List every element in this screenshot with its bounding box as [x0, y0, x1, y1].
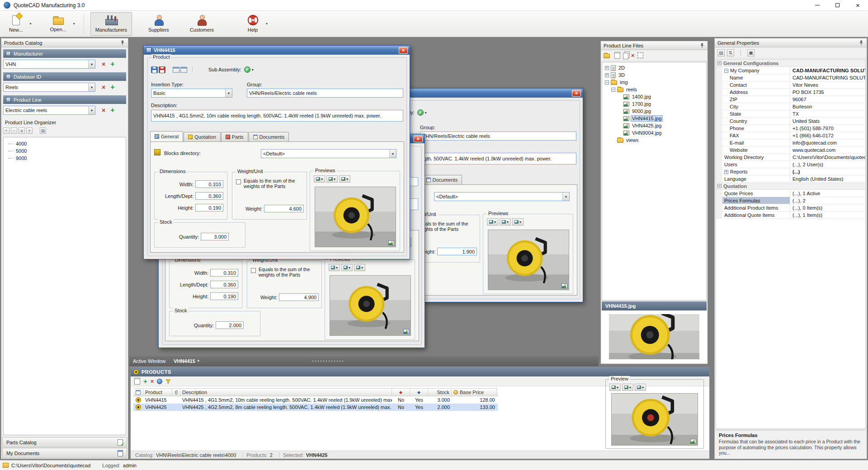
weight-field[interactable]: 1.900: [437, 248, 477, 255]
delete-file-icon[interactable]: ×: [631, 52, 635, 59]
close-button[interactable]: ×: [572, 90, 581, 97]
delete-database-button[interactable]: ×: [99, 84, 108, 91]
chevron-down-icon[interactable]: ▼: [88, 106, 95, 114]
weight-field[interactable]: 4.600: [264, 205, 304, 212]
add-product-line-button[interactable]: +: [108, 106, 117, 114]
price-column-header[interactable]: Base Price: [460, 390, 484, 395]
dialog-titlebar[interactable]: VHN4415 ×: [144, 46, 410, 55]
tab-general[interactable]: General: [150, 131, 183, 141]
chevron-down-icon[interactable]: ▼: [88, 60, 95, 68]
image-tool-button[interactable]: ▾: [512, 218, 524, 226]
image-tool-button[interactable]: ▾: [354, 264, 365, 271]
quantity-field[interactable]: 3.000: [201, 233, 229, 240]
image-tool-button[interactable]: ▾: [314, 175, 325, 183]
stock-column-header[interactable]: Stock: [428, 389, 452, 396]
tree-expander-icon[interactable]: +: [605, 66, 609, 70]
height-field[interactable]: 0.190: [195, 204, 223, 212]
organizer-item[interactable]: 9000: [5, 155, 124, 162]
property-row[interactable]: AddressPO BOX 1735: [716, 89, 865, 96]
organizer-delete-icon[interactable]: ×: [26, 127, 33, 134]
image-icon[interactable]: [403, 329, 409, 334]
tree-expander-icon[interactable]: −: [717, 61, 722, 65]
length-field[interactable]: 0.360: [210, 281, 238, 288]
new-file-icon[interactable]: [614, 52, 620, 59]
insertion-type-select[interactable]: Basic ▼: [151, 89, 232, 98]
organizer-grid-icon[interactable]: ▤: [40, 127, 46, 134]
group-field[interactable]: VHN/Reels/Electric cable reels: [420, 132, 576, 141]
property-row[interactable]: Websitewww.quotecad.com: [716, 146, 865, 154]
product-row[interactable]: VHN4425VHN4425 , 4G2.5mm2, 8m cable reel…: [133, 404, 498, 411]
property-row[interactable]: NameCAD-MANUFACTURING SOLUTION: [716, 74, 865, 81]
chevron-down-icon[interactable]: ▾: [252, 68, 254, 72]
open-button[interactable]: Open...: [46, 12, 71, 36]
sub-assembly-check-icon[interactable]: ✓: [417, 109, 424, 116]
delete-manufacturer-button[interactable]: ×: [99, 61, 108, 68]
description-field[interactable]: VHN4415 , 4G1.5mm2, 10m cable reeling le…: [151, 110, 403, 122]
property-row[interactable]: Phone+1 (501) 588-7970: [716, 125, 865, 132]
new-folder-icon[interactable]: [604, 54, 610, 58]
close-button[interactable]: ×: [414, 136, 423, 142]
close-button[interactable]: ×: [848, 0, 868, 10]
tab-documents[interactable]: Documents: [249, 132, 289, 141]
parts-catalog-bar[interactable]: Parts Catalog: [2, 437, 127, 447]
property-category[interactable]: −General Configurations: [716, 60, 865, 67]
image-tool-button[interactable]: ▾: [326, 175, 338, 183]
image-tool-button[interactable]: ▾: [622, 384, 633, 391]
database-select[interactable]: Reels ▼: [3, 83, 95, 92]
help-button[interactable]: Help: [242, 12, 264, 36]
open-dropdown-icon[interactable]: ▾: [71, 22, 77, 26]
chevron-down-icon[interactable]: ▼: [562, 193, 569, 201]
product-column-header[interactable]: Product: [143, 389, 172, 396]
tree-item[interactable]: views: [603, 136, 705, 144]
tree-item[interactable]: −reels: [603, 86, 705, 93]
tree-item[interactable]: 9000.jpg: [603, 108, 705, 115]
tree-expander-icon[interactable]: −: [724, 69, 728, 73]
chevron-down-icon[interactable]: ▼: [389, 150, 396, 158]
property-row[interactable]: Additional Quote Items(...), 1 Item(s): [716, 212, 865, 219]
tree-item[interactable]: +3D: [603, 71, 705, 79]
tree-item[interactable]: 1400.jpg: [603, 93, 705, 100]
customers-button[interactable]: Customers: [185, 12, 218, 36]
alphabetical-sort-icon[interactable]: ⇅: [727, 49, 734, 56]
new-button[interactable]: New...: [5, 12, 28, 36]
add-database-button[interactable]: +: [108, 83, 117, 91]
property-row[interactable]: E-mailinfo@quotecad.com: [716, 139, 865, 146]
organizer-add-icon[interactable]: +: [3, 127, 9, 134]
tree-item[interactable]: +2D: [603, 64, 705, 71]
table-view-icon[interactable]: [173, 67, 179, 73]
organizer-remove-icon[interactable]: −: [11, 127, 17, 134]
close-button[interactable]: ×: [399, 47, 408, 54]
add-product-icon[interactable]: +: [143, 377, 147, 385]
image-tool-button[interactable]: ▾: [635, 384, 646, 391]
weight-sum-checkbox[interactable]: [236, 179, 241, 184]
tree-item[interactable]: −img: [603, 79, 705, 86]
image-tool-button[interactable]: ▾: [339, 175, 350, 183]
search-icon[interactable]: [157, 379, 162, 384]
description-column-header[interactable]: Description: [180, 389, 392, 396]
property-row[interactable]: Quote Prices(...), 1 Active: [716, 190, 865, 197]
organizer-rename-icon[interactable]: a: [19, 127, 25, 134]
length-field[interactable]: 0.360: [195, 192, 223, 200]
property-row[interactable]: Additional Product Items(...), 0 Item(s): [716, 204, 865, 212]
copy-icon[interactable]: [623, 53, 628, 59]
my-documents-bar[interactable]: My Documents: [2, 448, 127, 458]
chevron-down-icon[interactable]: ▼: [88, 83, 95, 91]
tree-item[interactable]: VHN4425.jpg: [603, 122, 705, 129]
group-field[interactable]: VHN/Reels/Electric cable reels: [247, 89, 403, 98]
image-tool-button[interactable]: ▾: [329, 264, 340, 271]
new-product-icon[interactable]: [134, 378, 140, 385]
property-row[interactable]: LanguageEnglish (United States): [716, 175, 865, 183]
manufacturer-select[interactable]: VHN ▼: [3, 60, 95, 69]
property-row[interactable]: Users(...), 2 User(s): [716, 161, 865, 168]
image-tool-button[interactable]: ▾: [487, 218, 498, 226]
tree-expander-icon[interactable]: +: [605, 73, 609, 77]
weight-field[interactable]: 4.900: [279, 293, 319, 301]
pin-icon[interactable]: [120, 40, 125, 46]
tree-item[interactable]: 1700.jpg: [603, 100, 705, 108]
save-icon[interactable]: [151, 66, 158, 73]
property-category[interactable]: −Quotation: [716, 183, 865, 190]
new-dropdown-icon[interactable]: ▾: [28, 22, 34, 26]
image-icon[interactable]: [690, 439, 696, 444]
image-tool-button[interactable]: ▾: [341, 264, 353, 271]
width-field[interactable]: 0.310: [195, 180, 223, 188]
